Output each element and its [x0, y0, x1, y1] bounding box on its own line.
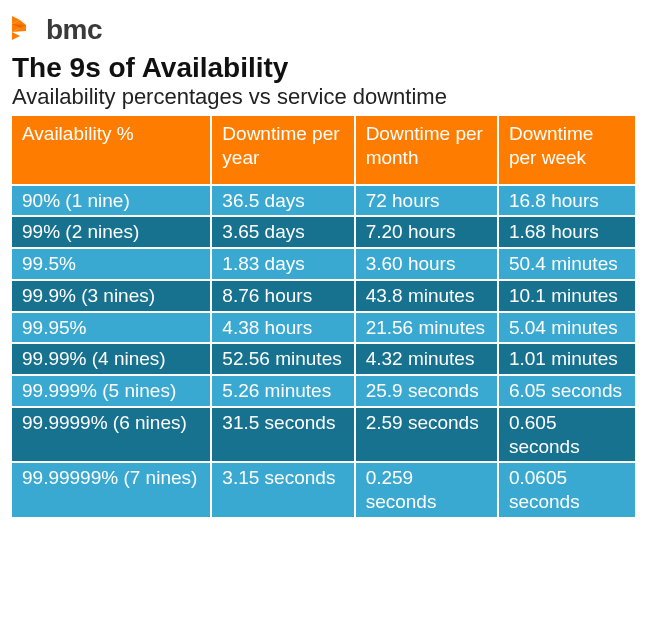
cell-downtime-week: 1.01 minutes [498, 343, 635, 375]
table-row: 90% (1 nine)36.5 days72 hours16.8 hours [12, 185, 635, 217]
table-row: 99% (2 nines)3.65 days7.20 hours1.68 hou… [12, 216, 635, 248]
table-row: 99.99999% (7 nines)3.15 seconds0.259 sec… [12, 462, 635, 517]
cell-downtime-week: 5.04 minutes [498, 312, 635, 344]
cell-downtime-month: 25.9 seconds [355, 375, 498, 407]
cell-downtime-month: 72 hours [355, 185, 498, 217]
bmc-logo-icon [12, 12, 40, 48]
table-header-row: Availability % Downtime per year Downtim… [12, 116, 635, 185]
cell-downtime-month: 0.259 seconds [355, 462, 498, 517]
cell-availability: 99.999% (5 nines) [12, 375, 211, 407]
cell-availability: 99.9999% (6 nines) [12, 407, 211, 463]
col-availability: Availability % [12, 116, 211, 185]
cell-downtime-week: 16.8 hours [498, 185, 635, 217]
cell-availability: 99.95% [12, 312, 211, 344]
cell-downtime-week: 6.05 seconds [498, 375, 635, 407]
cell-availability: 99% (2 nines) [12, 216, 211, 248]
cell-downtime-month: 3.60 hours [355, 248, 498, 280]
cell-downtime-year: 5.26 minutes [211, 375, 354, 407]
table-row: 99.5%1.83 days3.60 hours50.4 minutes [12, 248, 635, 280]
cell-downtime-month: 4.32 minutes [355, 343, 498, 375]
col-downtime-year: Downtime per year [211, 116, 354, 185]
cell-availability: 99.99999% (7 nines) [12, 462, 211, 517]
cell-availability: 99.5% [12, 248, 211, 280]
cell-downtime-year: 8.76 hours [211, 280, 354, 312]
table-row: 99.999% (5 nines)5.26 minutes25.9 second… [12, 375, 635, 407]
cell-availability: 99.99% (4 nines) [12, 343, 211, 375]
col-downtime-week: Downtime per week [498, 116, 635, 185]
cell-downtime-week: 10.1 minutes [498, 280, 635, 312]
col-downtime-month: Downtime per month [355, 116, 498, 185]
availability-table: Availability % Downtime per year Downtim… [12, 116, 635, 517]
cell-downtime-month: 2.59 seconds [355, 407, 498, 463]
page-title: The 9s of Availability [12, 52, 635, 84]
cell-downtime-week: 1.68 hours [498, 216, 635, 248]
cell-downtime-year: 3.15 seconds [211, 462, 354, 517]
cell-downtime-year: 31.5 seconds [211, 407, 354, 463]
cell-availability: 99.9% (3 nines) [12, 280, 211, 312]
logo-text: bmc [46, 14, 102, 46]
cell-downtime-year: 1.83 days [211, 248, 354, 280]
page-subtitle: Availability percentages vs service down… [12, 84, 635, 110]
table-row: 99.99% (4 nines)52.56 minutes4.32 minute… [12, 343, 635, 375]
cell-downtime-year: 3.65 days [211, 216, 354, 248]
cell-downtime-week: 50.4 minutes [498, 248, 635, 280]
logo: bmc [12, 12, 635, 48]
table-row: 99.95%4.38 hours21.56 minutes5.04 minute… [12, 312, 635, 344]
cell-downtime-week: 0.605 seconds [498, 407, 635, 463]
cell-downtime-year: 52.56 minutes [211, 343, 354, 375]
cell-downtime-year: 4.38 hours [211, 312, 354, 344]
cell-downtime-month: 43.8 minutes [355, 280, 498, 312]
cell-availability: 90% (1 nine) [12, 185, 211, 217]
cell-downtime-month: 21.56 minutes [355, 312, 498, 344]
table-row: 99.9999% (6 nines)31.5 seconds2.59 secon… [12, 407, 635, 463]
cell-downtime-month: 7.20 hours [355, 216, 498, 248]
cell-downtime-week: 0.0605 seconds [498, 462, 635, 517]
table-row: 99.9% (3 nines)8.76 hours43.8 minutes10.… [12, 280, 635, 312]
cell-downtime-year: 36.5 days [211, 185, 354, 217]
